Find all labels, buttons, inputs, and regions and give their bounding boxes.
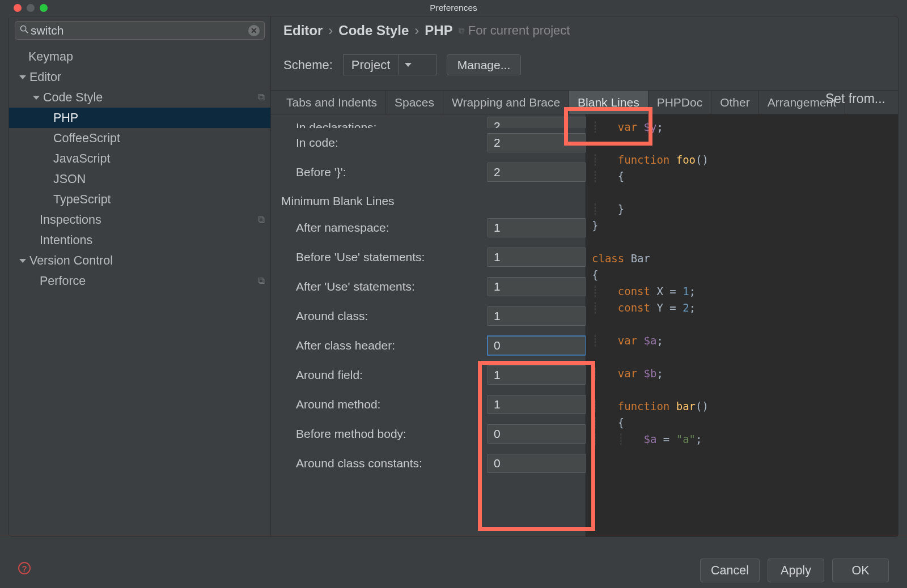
window-title: Preferences [9,3,898,13]
chevron-down-icon [33,96,40,100]
sidebar-item-label: JavaScript [53,152,265,166]
svg-line-1 [26,31,28,33]
chevron-down-icon [405,63,412,67]
sidebar-item-code-style[interactable]: Code Style⧉ [9,87,270,108]
setting-input-in-declarations[interactable] [488,117,586,128]
setting-input-around-class[interactable] [488,306,586,326]
setting-input-before-use-statements[interactable] [488,248,586,267]
setting-input[interactable] [488,163,586,182]
scheme-value: Project [344,58,398,73]
chevron-down-icon [19,75,26,79]
setting-row: Before method body: [278,419,586,449]
apply-button[interactable]: Apply [768,559,824,582]
sidebar-item-javascript[interactable]: JavaScript [9,148,270,169]
tab-wrapping-and-brace[interactable]: Wrapping and Brace [443,91,569,114]
breadcrumb-segment: Editor [283,23,323,39]
setting-label: Around field: [278,367,488,384]
setting-input-after-use-statements[interactable] [488,277,586,296]
tab-blank-lines[interactable]: Blank Lines [569,91,649,114]
setting-input-after-namespace[interactable] [488,218,586,237]
tab-phpdoc[interactable]: PHPDoc [649,91,712,114]
setting-label: In code: [278,134,488,151]
tab-arrangement[interactable]: Arrangement [759,91,845,114]
setting-input-after-class-header[interactable] [488,336,586,355]
search-box[interactable]: ✕ [15,21,265,40]
setting-row: Before '}': [278,157,586,187]
setting-label: After 'Use' statements: [278,278,488,295]
setting-label: Around class: [278,308,488,325]
setting-row: After 'Use' statements: [278,272,586,301]
cancel-button[interactable]: Cancel [700,559,760,582]
scheme-label: Scheme: [283,58,333,73]
setting-label: Around method: [278,396,488,413]
sidebar-item-label: CoffeeScript [53,131,265,146]
setting-input-around-method[interactable] [488,395,586,414]
help-button[interactable]: ? [18,562,31,574]
sidebar-item-label: Inspections [40,213,258,227]
sidebar-item-label: PHP [53,111,265,125]
setting-label: Around class constants: [278,455,488,472]
tab-tabs-and-indents[interactable]: Tabs and Indents [278,91,386,114]
clear-search-icon[interactable]: ✕ [248,25,260,36]
setting-label: Before 'Use' statements: [278,249,488,266]
sidebar-item-php[interactable]: PHP [9,108,270,128]
sidebar-item-label: Perforce [40,274,258,288]
copy-settings-icon[interactable]: ⧉ [258,214,265,225]
ok-button[interactable]: OK [832,559,889,582]
preferences-sidebar: ✕ KeymapEditorCode Style⧉PHPCoffeeScript… [9,16,271,536]
sidebar-item-editor[interactable]: Editor [9,67,270,87]
sidebar-item-label: Intentions [40,233,265,248]
copy-settings-icon[interactable]: ⧉ [258,275,265,287]
sidebar-item-label: Keymap [28,50,265,64]
setting-row: After class header: [278,331,586,360]
sidebar-item-label: JSON [53,172,265,186]
sidebar-item-intentions[interactable]: Intentions [9,230,270,250]
setting-label: After class header: [278,337,488,354]
scheme-select[interactable]: Project [343,54,436,75]
sidebar-item-label: Editor [29,70,265,84]
setting-input-around-field[interactable] [488,365,586,385]
setting-input-around-class-constants[interactable] [488,454,586,473]
breadcrumb: Editor › Code Style › PHP ⧉ For current … [283,23,885,39]
manage-scheme-button[interactable]: Manage... [447,54,521,75]
copy-settings-icon[interactable]: ⧉ [258,92,265,103]
breadcrumb-hint: For current project [468,23,570,38]
project-scope-icon: ⧉ [459,25,465,36]
chevron-down-icon [19,259,26,263]
sidebar-item-coffeescript[interactable]: CoffeeScript [9,128,270,148]
setting-row: Around class: [278,301,586,331]
sidebar-item-perforce[interactable]: Perforce⧉ [9,271,270,291]
sidebar-item-version-control[interactable]: Version Control [9,250,270,271]
sidebar-item-inspections[interactable]: Inspections⧉ [9,210,270,230]
setting-input[interactable] [488,133,586,152]
sidebar-item-label: Code Style [43,91,258,105]
setting-row: Around field: [278,360,586,390]
code-style-tabs: Tabs and IndentsSpacesWrapping and Brace… [271,90,898,114]
setting-label: After namespace: [278,219,488,236]
section-header: Minimum Blank Lines [278,187,586,213]
setting-label: In declarations: [278,119,488,128]
dialog-footer: ? Cancel Apply OK [0,535,907,588]
sidebar-item-keymap[interactable]: Keymap [9,46,270,67]
setting-row: After namespace: [278,213,586,242]
sidebar-item-label: TypeScript [53,193,265,207]
setting-row: Around class constants: [278,449,586,478]
breadcrumb-segment: PHP [425,23,452,39]
search-input[interactable] [31,24,248,37]
tab-other[interactable]: Other [711,91,759,114]
search-icon [20,25,28,36]
setting-label: Before '}': [278,164,488,181]
setting-row: Around method: [278,390,586,419]
code-preview: ┊ var $y; ┊ function foo() ┊ { ┊ } } cla… [586,114,898,536]
setting-input-before-method-body[interactable] [488,424,586,444]
scheme-dropdown-button[interactable] [398,55,417,75]
sidebar-item-label: Version Control [29,254,265,268]
sidebar-item-typescript[interactable]: TypeScript [9,189,270,210]
sidebar-item-json[interactable]: JSON [9,169,270,189]
setting-row: In code: [278,128,586,157]
svg-point-0 [20,25,26,31]
breadcrumb-segment: Code Style [338,23,409,39]
setting-label: Before method body: [278,425,488,442]
setting-row: Before 'Use' statements: [278,242,586,272]
tab-spaces[interactable]: Spaces [386,91,443,114]
